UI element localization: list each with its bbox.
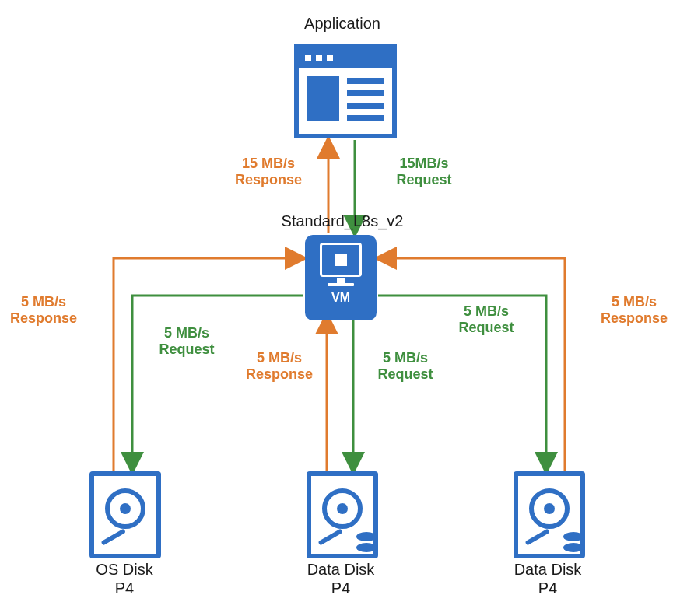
application-icon bbox=[294, 44, 397, 138]
vm-icon: VM bbox=[305, 235, 377, 320]
flow-app-request: 15MB/s Request bbox=[381, 156, 467, 187]
flow-data2-response: 5 MB/s Response bbox=[591, 294, 677, 326]
application-label: Application bbox=[280, 14, 405, 33]
flow-data1-response: 5 MB/s Response bbox=[237, 350, 322, 382]
flow-app-response: 15 MB/s Response bbox=[226, 156, 311, 187]
data-disk-1-icon bbox=[307, 471, 378, 558]
flow-data2-request: 5 MB/s Request bbox=[443, 303, 529, 335]
diagram-canvas: Application 15 MB/s Response 15MB/s Requ… bbox=[0, 0, 680, 616]
data-disk-2-label: Data Disk P4 bbox=[501, 560, 594, 597]
flow-data1-request: 5 MB/s Request bbox=[363, 350, 448, 382]
vm-badge: VM bbox=[331, 291, 350, 305]
flow-osdisk-response: 5 MB/s Response bbox=[5, 294, 82, 326]
vm-title: Standard_L8s_v2 bbox=[272, 212, 412, 230]
os-disk-icon bbox=[89, 471, 161, 558]
data-disk-2-icon bbox=[514, 471, 585, 558]
os-disk-label: OS Disk P4 bbox=[78, 560, 171, 597]
flow-osdisk-request: 5 MB/s Request bbox=[148, 325, 226, 357]
data-disk-1-label: Data Disk P4 bbox=[294, 560, 387, 597]
